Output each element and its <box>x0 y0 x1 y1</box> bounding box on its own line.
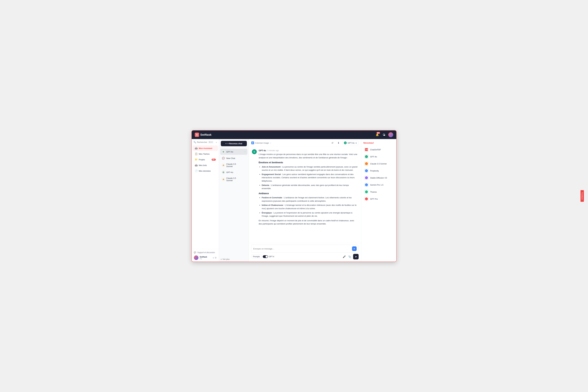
gpt-toggle: GPT-4 <box>263 255 274 258</box>
chevron-down-icon[interactable]: ∨ <box>212 256 214 259</box>
sidebar-item-label-taches: Mes Tâches <box>199 153 210 155</box>
attachment-button[interactable]: 📎 <box>348 254 352 259</box>
message-bullet3: Détente : L'ambiance générale semble déc… <box>262 184 358 190</box>
send-icon: ➤ <box>355 255 357 258</box>
search-button[interactable]: 🔍 Rechercher ⌘+K <box>194 141 214 144</box>
thanos-icon: T <box>364 190 368 194</box>
model-toggle-label: GPT-4 <box>269 256 274 258</box>
user-avatar <box>194 256 198 260</box>
chatonpdf-label: ChatOnPDF <box>370 148 381 151</box>
left-sidebar: 🔍 Rechercher ⌘+K « 🤖 Mon Assistant 📋 Mes… <box>192 139 219 262</box>
message-bullet5: Intime et Chaleureuse : L'éclairage tami… <box>262 204 358 210</box>
support-button[interactable]: 💬 Support et discussion <box>194 250 217 254</box>
donnees-icon: 📄 <box>195 170 198 172</box>
chat-item-gpt4o-2[interactable]: ⚙ GPT-4o ··· <box>220 169 248 175</box>
ai-item-thanos[interactable]: T Thanos <box>363 188 394 195</box>
gptpro-label: GPT Pro <box>370 198 378 200</box>
message-bullet6: Énergique : La posture et l'expression d… <box>262 211 358 218</box>
input-send-button[interactable]: ➤ <box>352 246 357 251</box>
chat-item-claude[interactable]: A Claude 3.5 Sonnet ··· <box>220 162 248 169</box>
new-chat-label: + Nouveau chat <box>228 142 242 145</box>
bots-icon: 🤖 <box>195 164 198 166</box>
projets-badge: 99+ <box>212 159 216 161</box>
message-bullet1: Joie et Amusement : La personne au centr… <box>262 165 358 172</box>
perplexity-label: Perplexity <box>370 170 379 172</box>
stable-label: Stable Diffusion V3 <box>370 177 387 179</box>
ai-item-gpt4o[interactable]: G GPT-4o <box>363 153 394 160</box>
chat-item-claude2[interactable]: A Claude 3.5 Sonnet ··· <box>220 176 248 183</box>
chat-item-icon-gpt4o-1: ⚙ <box>222 150 225 154</box>
svg-text:T: T <box>366 191 366 193</box>
message-text: L'image montre un groupe de personnes da… <box>259 153 358 226</box>
stable-icon: S <box>364 176 368 180</box>
sidebar-item-projets[interactable]: 📁 Projets 99+ <box>193 157 218 162</box>
bullet5-strong: Intime et Chaleureuse <box>262 204 283 206</box>
ai-item-chatonpdf[interactable]: PDF ChatOnPDF <box>363 146 394 153</box>
sidebar-nav: 🤖 Mon Assistant 📋 Mes Tâches 📁 Projets 9… <box>192 145 219 249</box>
bullet2-strong: Engagement Social <box>262 173 281 176</box>
ai-item-stable[interactable]: S Stable Diffusion V3 <box>363 174 394 181</box>
message-sender: GPT-4o <box>259 149 266 152</box>
sidebar-item-assistant[interactable]: 🤖 Mon Assistant <box>193 146 218 151</box>
chat-item-icon-claude: A <box>222 164 225 167</box>
bullet6-strong: Énergique <box>262 212 272 214</box>
see-more-button[interactable]: ∨ Voir plus <box>219 257 249 262</box>
breadcrumb-icon <box>251 142 254 144</box>
projets-icon: 📁 <box>195 158 198 161</box>
app-logo: S Swiftask <box>195 132 212 137</box>
search-icon: 🔍 <box>194 141 196 143</box>
chat-item-label-claude: Claude 3.5 Sonnet <box>226 163 243 168</box>
message-input[interactable] <box>253 248 352 250</box>
sidebar-collapse-button[interactable]: « <box>216 141 217 144</box>
chat-header-actions: ↺ ⬇ G GPT-4o ∨ <box>330 140 358 145</box>
settings-icon[interactable]: ⚙ <box>215 256 217 259</box>
ai-item-perplexity[interactable]: P Perplexity <box>363 167 394 174</box>
chat-items-list: ⚙ GPT-4o ··· 💬 New Chat ··· A Clau <box>219 148 249 257</box>
sidebar-item-bots[interactable]: 🤖 Mes bots <box>193 162 218 168</box>
message-header-gpt4o: GPT-4o 3 minutes ago <box>259 149 358 152</box>
prompts-button[interactable]: Prompts <box>251 255 262 259</box>
prompts-label: Prompts <box>253 256 260 258</box>
download-button[interactable]: ⬇ <box>336 140 341 145</box>
main-content: 🔍 Rechercher ⌘+K « 🤖 Mon Assistant 📋 Mes… <box>192 139 396 262</box>
thanos-label: Thanos <box>370 191 377 193</box>
chat-item-icon-gpt4o-2: ⚙ <box>222 170 225 174</box>
new-chat-button[interactable]: + + Nouveau chat <box>221 141 247 146</box>
breadcrumb: Coloriser image → <box>251 142 272 144</box>
user-profile: Swiftask Pro ∨ ⚙ <box>194 256 217 260</box>
sidebar-item-donnees[interactable]: 📄 Mes données <box>193 168 218 174</box>
svg-text:A: A <box>366 163 366 164</box>
ai-item-claude[interactable]: A Claude 3.5 Sonnet <box>363 160 394 167</box>
chat-item-more-gpt4o-1[interactable]: ··· <box>244 150 246 153</box>
right-panel-title: Nouveau! <box>363 142 394 144</box>
refresh-button[interactable]: ↺ <box>330 140 334 145</box>
gpt-selector-icon: G <box>344 142 347 144</box>
logo-icon: S <box>195 132 199 137</box>
message-time: 3 minutes ago <box>267 150 279 152</box>
chat-input-area: ➤ Prompts GPT-4 🎤 📎 <box>249 243 361 262</box>
ai-item-gptpro[interactable]: G GPT Pro <box>363 196 394 202</box>
input-box: ➤ <box>251 245 358 253</box>
ai-item-gemini[interactable]: G Gemini Pro 1.5 <box>363 182 394 188</box>
gpt-selector-label: GPT-4o <box>348 142 354 144</box>
gemini-icon: G <box>364 183 368 187</box>
plus-icon: + <box>226 142 227 145</box>
sidebar-item-label-bots: Mes bots <box>199 164 207 166</box>
send-button[interactable]: ➤ <box>353 254 358 260</box>
bullet1-strong: Joie et Amusement <box>262 166 280 168</box>
weather-icon-button[interactable]: 🌤 <box>382 132 386 137</box>
sidebar-item-taches[interactable]: 📋 Mes Tâches <box>193 151 218 157</box>
gemini-label: Gemini Pro 1.5 <box>370 184 384 186</box>
chat-item-newchat[interactable]: 💬 New Chat ··· <box>220 155 248 161</box>
chat-item-gpt4o-1[interactable]: ⚙ GPT-4o ··· <box>220 149 248 155</box>
chat-header: Coloriser image → ↺ ⬇ G GPT-4o ∨ <box>249 139 361 147</box>
message-bullet2: Engagement Social : Les gens autour semb… <box>262 173 358 183</box>
microphone-button[interactable]: 🎤 <box>342 254 346 259</box>
sidebar-item-label-projets: Projets <box>199 158 205 161</box>
notification-button[interactable]: 🔔 99+ <box>375 132 380 137</box>
chevron-down-icon-gpt: ∨ <box>356 142 357 144</box>
gpt-selector[interactable]: G GPT-4o ∨ <box>342 140 358 145</box>
app-name: Swiftask <box>200 133 212 136</box>
user-avatar-top[interactable] <box>388 132 393 137</box>
model-toggle-switch[interactable] <box>263 255 268 258</box>
